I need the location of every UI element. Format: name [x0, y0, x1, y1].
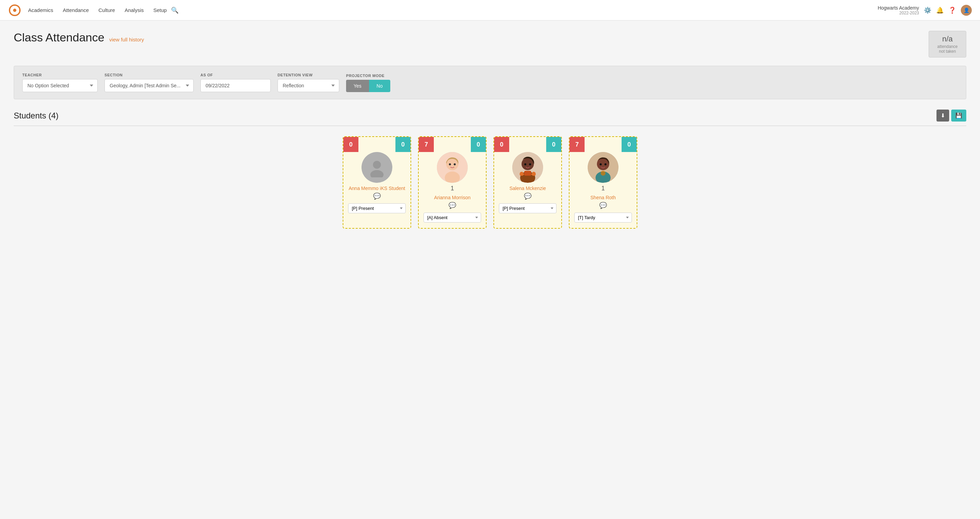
nav-culture[interactable]: Culture [99, 7, 115, 13]
attendance-status-select[interactable]: [P] Present[A] Absent[T] Tardy[E] Excuse… [423, 213, 481, 222]
title-group: Class Attendance view full history [14, 31, 144, 44]
comment-icon[interactable]: 💬 [524, 192, 531, 200]
nav-setup[interactable]: Setup [153, 7, 167, 13]
navbar-right: Hogwarts Academy 2022-2023 ⚙️ 🔔 ❓ 👤 [878, 5, 972, 16]
download-icon: ⬇ [940, 112, 945, 119]
attendance-status-select[interactable]: [P] Present[A] Absent[T] Tardy[E] Excuse… [574, 213, 632, 222]
avatar-girl-medium [588, 152, 619, 183]
section-label: SECTION [105, 73, 194, 77]
avatar-girl-dark [512, 152, 543, 183]
svg-point-7 [454, 163, 456, 165]
projector-toggle-group: PROJECTOR MODE Yes No [346, 74, 390, 92]
badge-tardies: 0 [395, 137, 410, 152]
students-grid: 0 0 Anna Memmo iKS Student 💬 [P] Present… [14, 136, 966, 229]
student-name[interactable]: Anna Memmo iKS Student [345, 186, 409, 191]
students-actions: ⬇ 💾 [937, 110, 966, 122]
detention-label: DETENTION VIEW [278, 73, 339, 77]
attendance-status-select[interactable]: [P] Present[A] Absent[T] Tardy[E] Excuse… [499, 203, 557, 213]
projector-label: PROJECTOR MODE [346, 74, 390, 78]
svg-point-19 [601, 171, 606, 176]
svg-point-2 [371, 170, 384, 177]
svg-point-17 [600, 163, 602, 165]
student-name[interactable]: Arianna Morrison [431, 195, 474, 200]
student-card: 0 0 Salena Mck [493, 136, 562, 229]
svg-point-6 [449, 163, 451, 165]
student-card: 7 0 1 Shena Roth 💬 [569, 136, 637, 229]
section-select[interactable]: Geology, Admin [Test Admin Se... [105, 79, 194, 92]
svg-point-1 [373, 161, 381, 169]
section-filter-group: SECTION Geology, Admin [Test Admin Se... [105, 73, 194, 92]
as-of-label: AS OF [200, 73, 271, 77]
projector-no-button[interactable]: No [369, 80, 390, 92]
page-body: Class Attendance view full history n/a a… [0, 21, 980, 239]
avatar-girl-light [437, 152, 468, 183]
student-avatar [588, 152, 619, 183]
search-icon[interactable]: 🔍 [171, 6, 178, 14]
teacher-select[interactable]: No Option Selected [22, 79, 98, 92]
help-icon[interactable]: ❓ [948, 6, 956, 14]
badge-tardies: 0 [546, 137, 561, 152]
as-of-filter-group: AS OF [200, 73, 271, 92]
save-icon: 💾 [955, 112, 962, 119]
nav-analysis[interactable]: Analysis [125, 7, 144, 13]
page-header: Class Attendance view full history n/a a… [14, 31, 966, 57]
attendance-status-select[interactable]: [P] Present[A] Absent[T] Tardy[E] Excuse… [348, 203, 406, 213]
nav-links: Academics Attendance Culture Analysis Se… [28, 7, 167, 13]
svg-point-0 [13, 9, 16, 12]
page-title: Class Attendance [14, 31, 105, 44]
download-button[interactable]: ⬇ [937, 110, 949, 122]
student-avatar [361, 152, 392, 183]
avatar-placeholder [361, 152, 392, 183]
students-title: Students (4) [14, 111, 59, 121]
badge-absences: 0 [344, 137, 358, 152]
badge-tardies: 0 [622, 137, 636, 152]
teacher-label: TEACHER [22, 73, 98, 77]
history-link[interactable]: view full history [109, 37, 144, 43]
save-button[interactable]: 💾 [951, 110, 966, 122]
attendance-badge-value: n/a [935, 35, 960, 43]
attendance-badge: n/a attendance not taken [929, 31, 966, 57]
card-badges: 0 0 [344, 137, 410, 152]
svg-point-18 [605, 163, 606, 165]
app-logo[interactable] [8, 4, 21, 17]
badge-tardies: 0 [471, 137, 486, 152]
as-of-input[interactable] [200, 79, 271, 92]
student-name[interactable]: Salena Mckenzie [506, 186, 550, 191]
detention-select[interactable]: Reflection [278, 79, 339, 92]
svg-rect-13 [524, 171, 531, 176]
card-count: 1 [601, 185, 605, 192]
filter-bar: TEACHER No Option Selected SECTION Geolo… [14, 66, 966, 99]
badge-absences: 0 [494, 137, 509, 152]
school-year: 2022-2023 [878, 11, 919, 16]
card-badges: 7 0 [570, 137, 636, 152]
school-name: Hogwarts Academy [878, 5, 919, 11]
students-header: Students (4) ⬇ 💾 [14, 110, 966, 122]
comment-icon[interactable]: 💬 [449, 202, 456, 209]
user-avatar[interactable]: 👤 [961, 5, 972, 16]
projector-toggle-buttons: Yes No [346, 80, 390, 92]
students-divider [14, 125, 966, 126]
svg-point-12 [529, 163, 531, 165]
nav-academics[interactable]: Academics [28, 7, 53, 13]
teacher-filter-group: TEACHER No Option Selected [22, 73, 98, 92]
nav-attendance[interactable]: Attendance [63, 7, 89, 13]
bell-icon[interactable]: 🔔 [936, 6, 944, 14]
student-card: 7 0 1 Arianna Morrison 💬 [ [418, 136, 487, 229]
badge-absences: 7 [419, 137, 434, 152]
student-card: 0 0 Anna Memmo iKS Student 💬 [P] Present… [343, 136, 411, 229]
detention-filter-group: DETENTION VIEW Reflection [278, 73, 339, 92]
comment-icon[interactable]: 💬 [599, 202, 607, 209]
projector-yes-button[interactable]: Yes [346, 80, 369, 92]
navbar: Academics Attendance Culture Analysis Se… [0, 0, 980, 21]
card-badges: 0 0 [494, 137, 561, 152]
badge-absences: 7 [570, 137, 585, 152]
card-count: 1 [450, 185, 454, 192]
attendance-badge-label: attendance not taken [935, 44, 960, 54]
school-info: Hogwarts Academy 2022-2023 [878, 5, 919, 16]
svg-point-11 [524, 163, 526, 165]
comment-icon[interactable]: 💬 [373, 192, 381, 200]
student-name[interactable]: Shena Roth [587, 195, 619, 200]
student-avatar [512, 152, 543, 183]
settings-icon[interactable]: ⚙️ [924, 6, 931, 14]
student-avatar [437, 152, 468, 183]
